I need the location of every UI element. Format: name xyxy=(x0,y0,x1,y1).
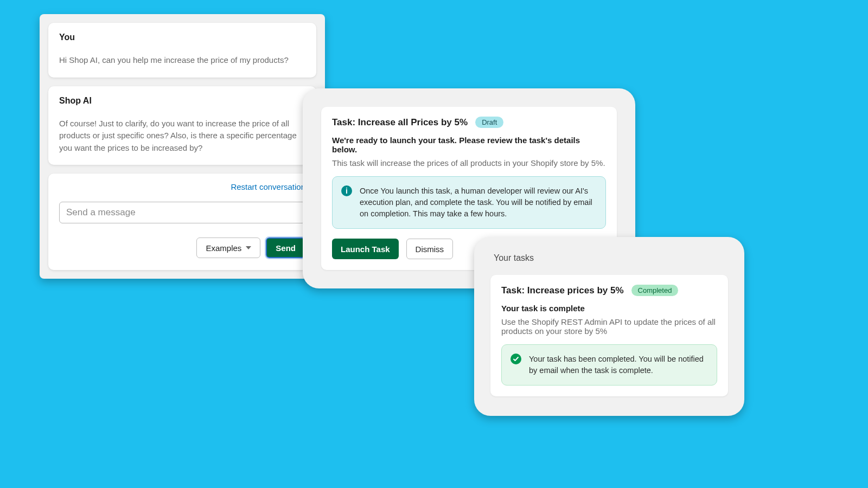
info-banner: i Once You launch this task, a human dev… xyxy=(332,176,606,229)
user-label: You xyxy=(59,33,305,42)
completed-task-description: Use the Shopify REST Admin API to update… xyxy=(501,317,717,336)
task-title: Task: Increase all Prices by 5% xyxy=(332,117,468,128)
your-tasks-header: Your tasks xyxy=(494,253,728,263)
examples-dropdown[interactable]: Examples xyxy=(196,237,260,258)
info-icon: i xyxy=(341,185,352,196)
success-banner: Your task has been completed. You will b… xyxy=(501,344,717,386)
chevron-down-icon xyxy=(246,246,251,249)
info-banner-text: Once You launch this task, a human devel… xyxy=(360,185,597,220)
send-button[interactable]: Send xyxy=(266,237,305,258)
dismiss-button[interactable]: Dismiss xyxy=(406,239,454,259)
ai-message-text: Of course! Just to clarify, do you want … xyxy=(59,118,305,155)
ai-message-card: Shop AI Of course! Just to clarify, do y… xyxy=(48,86,316,165)
check-circle-icon xyxy=(510,354,521,364)
task-complete-headline: Your task is complete xyxy=(501,304,717,313)
task-ready-headline: We're ready to launch your task. Please … xyxy=(332,136,606,154)
message-input[interactable] xyxy=(59,202,305,223)
launch-task-button[interactable]: Launch Task xyxy=(332,239,399,259)
status-badge-completed: Completed xyxy=(631,285,679,296)
ai-label: Shop AI xyxy=(59,96,305,106)
completed-task-title: Task: Increase prices by 5% xyxy=(501,285,624,296)
chat-panel: You Hi Shop AI, can you help me increase… xyxy=(40,14,325,279)
restart-conversation-link[interactable]: Restart conversation xyxy=(231,182,305,191)
task-description: This task will increase the prices of al… xyxy=(332,158,606,168)
examples-label: Examples xyxy=(206,243,241,253)
user-message-text: Hi Shop AI, can you help me increase the… xyxy=(59,54,305,67)
status-badge-draft: Draft xyxy=(475,117,503,128)
user-message-card: You Hi Shop AI, can you help me increase… xyxy=(48,23,316,78)
chat-input-card: Restart conversation Examples Send xyxy=(48,174,316,270)
completed-task-card: Task: Increase prices by 5% Completed Yo… xyxy=(490,275,728,396)
success-banner-text: Your task has been completed. You will b… xyxy=(529,354,708,376)
your-tasks-panel: Your tasks Task: Increase prices by 5% C… xyxy=(474,237,744,416)
